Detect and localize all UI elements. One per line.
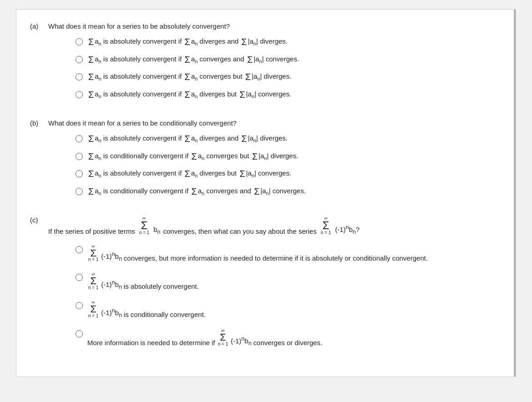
part-a-options: Σan is absolutely convergent if Σan dive… <box>75 36 497 100</box>
sigma-b2-2: Σ <box>191 152 197 161</box>
c3-expr: (-1)nbn <box>101 307 122 318</box>
c2-label: is absolutely convergent. <box>124 282 199 290</box>
sigma-b4-1: Σ <box>88 187 94 196</box>
option-b4-text: Σan is conditionally convergent if Σan c… <box>87 186 306 197</box>
part-c-header: (c) If the series of positive terms ∞ Σ … <box>30 216 497 351</box>
part-c-content: If the series of positive terms ∞ Σ n = … <box>48 216 497 351</box>
radio-c4[interactable] <box>75 330 83 337</box>
option-c4-formula: More information is needed to determine … <box>87 328 322 347</box>
radio-c1[interactable] <box>75 246 83 253</box>
c1-expr: (-1)nbn <box>101 251 122 262</box>
radio-a4[interactable] <box>75 91 83 98</box>
part-c-options: ∞ Σ n = 1 (-1)nbn converges, but more in… <box>75 244 497 347</box>
c4-expr: (-1)nbn <box>231 336 252 347</box>
option-b1: Σan is absolutely convergent if Σan dive… <box>75 133 497 145</box>
part-a-label: (a) <box>30 22 44 30</box>
option-c3-text: ∞ Σ n = 1 (-1)nbn is conditionally conve… <box>87 300 206 318</box>
radio-b3[interactable] <box>75 170 83 177</box>
part-b-content: What does it mean for a series to be con… <box>48 119 497 203</box>
radio-c3[interactable] <box>75 302 83 309</box>
part-c-bn: bn <box>153 226 160 235</box>
option-a1: Σan is absolutely convergent if Σan dive… <box>75 36 497 48</box>
option-c3-formula: ∞ Σ n = 1 (-1)nbn is conditionally conve… <box>87 300 206 318</box>
sigma-a1-3: Σ <box>241 37 247 46</box>
option-c3: ∞ Σ n = 1 (-1)nbn is conditionally conve… <box>75 300 497 318</box>
option-c1: ∞ Σ n = 1 (-1)nbn converges, but more in… <box>75 244 497 262</box>
sigma-a4-2: Σ <box>185 90 190 99</box>
radio-b4[interactable] <box>75 188 83 195</box>
option-b4: Σan is conditionally convergent if Σan c… <box>75 186 497 197</box>
option-a3-text: Σan is absolutely convergent if Σan conv… <box>87 71 291 83</box>
sigma-a1-2: Σ <box>185 37 190 46</box>
sigma-a2-1: Σ <box>88 55 94 64</box>
radio-b2[interactable] <box>75 153 83 160</box>
sigma-b4-3: Σ <box>254 187 259 196</box>
option-a4: Σan is absolutely convergent if Σan dive… <box>75 89 497 100</box>
option-a2-text: Σan is absolutely convergent if Σan conv… <box>87 54 299 65</box>
sigma-c3: ∞ Σ n = 1 <box>88 300 99 318</box>
c3-label: is conditionally convergent. <box>124 311 206 318</box>
right-border <box>514 10 516 377</box>
option-a1-text: Σan is absolutely convergent if Σan dive… <box>87 36 288 48</box>
sigma-b1-2: Σ <box>185 134 190 143</box>
sigma-a4-3: Σ <box>240 90 245 99</box>
sigma-c2: ∞ Σ n = 1 <box>88 272 99 290</box>
sigma-a3-3: Σ <box>245 72 251 81</box>
sigma-c-q1: ∞ Σ n = 1 <box>139 216 150 235</box>
sigma-b1-1: Σ <box>88 134 94 143</box>
sigma-b4-2: Σ <box>191 187 197 196</box>
sigma-a2-3: Σ <box>247 55 252 64</box>
sigma-a1-1: Σ <box>88 37 94 46</box>
part-b-label: (b) <box>30 119 44 127</box>
part-c-question: If the series of positive terms ∞ Σ n = … <box>48 216 497 235</box>
section-b: (b) What does it mean for a series to be… <box>30 119 497 203</box>
radio-a3[interactable] <box>75 73 83 80</box>
option-c4-text: More information is needed to determine … <box>87 328 322 347</box>
sigma-b3-2: Σ <box>185 169 190 178</box>
sigma-b2-1: Σ <box>88 152 94 161</box>
radio-a1[interactable] <box>75 38 83 45</box>
sigma-a2-2: Σ <box>185 55 190 64</box>
sigma-c-q2: ∞ Σ n = 1 <box>321 216 331 235</box>
part-c-question-prefix: If the series of positive terms <box>48 227 135 235</box>
part-c-question-mid: converges, then what can you say about t… <box>163 227 317 235</box>
option-c1-text: ∞ Σ n = 1 (-1)nbn converges, but more in… <box>87 244 428 262</box>
part-b-question: What does it mean for a series to be con… <box>48 119 497 127</box>
sigma-c1: ∞ Σ n = 1 <box>88 244 99 262</box>
sigma-a3-2: Σ <box>185 72 190 81</box>
c4-label: converges or diverges. <box>253 339 322 347</box>
sigma-a4-1: Σ <box>88 90 94 99</box>
c1-label: converges, but more information is neede… <box>124 254 428 262</box>
section-a: (a) What does it mean for a series to be… <box>30 22 497 106</box>
part-c-series2: (-1)nbn? <box>335 224 360 235</box>
part-a-content: What does it mean for a series to be abs… <box>48 22 497 106</box>
c4-prefix: More information is needed to determine … <box>87 339 215 347</box>
section-c: (c) If the series of positive terms ∞ Σ … <box>30 216 497 351</box>
radio-a2[interactable] <box>75 56 83 63</box>
option-b3: Σan is absolutely convergent if Σan dive… <box>75 168 497 180</box>
option-c2: ∞ Σ n = 1 (-1)nbn is absolutely converge… <box>75 272 497 290</box>
option-c4: More information is needed to determine … <box>75 328 497 347</box>
part-a-header: (a) What does it mean for a series to be… <box>30 22 497 106</box>
radio-c2[interactable] <box>75 274 83 281</box>
radio-b1[interactable] <box>75 135 83 142</box>
main-card: (a) What does it mean for a series to be… <box>16 9 516 377</box>
part-c-label: (c) <box>30 216 44 224</box>
part-b-options: Σan is absolutely convergent if Σan dive… <box>75 133 497 197</box>
option-a3: Σan is absolutely convergent if Σan conv… <box>75 71 497 83</box>
sigma-b3-3: Σ <box>240 169 245 178</box>
option-c1-formula: ∞ Σ n = 1 (-1)nbn converges, but more in… <box>87 244 428 262</box>
sigma-b2-3: Σ <box>252 152 257 161</box>
option-b2: Σan is conditionally convergent if Σan c… <box>75 151 497 162</box>
option-c2-text: ∞ Σ n = 1 (-1)nbn is absolutely converge… <box>87 272 199 290</box>
sigma-b1-3: Σ <box>241 134 247 143</box>
option-b1-text: Σan is absolutely convergent if Σan dive… <box>87 133 288 145</box>
c2-expr: (-1)nbn <box>101 279 122 290</box>
part-a-question: What does it mean for a series to be abs… <box>48 22 497 30</box>
sigma-b3-1: Σ <box>88 169 94 178</box>
option-a2: Σan is absolutely convergent if Σan conv… <box>75 54 497 65</box>
sigma-c4: ∞ Σ n = 1 <box>218 328 228 347</box>
option-b3-text: Σan is absolutely convergent if Σan dive… <box>87 168 291 180</box>
option-b2-text: Σan is conditionally convergent if Σan c… <box>87 151 298 162</box>
option-c2-formula: ∞ Σ n = 1 (-1)nbn is absolutely converge… <box>87 272 199 290</box>
